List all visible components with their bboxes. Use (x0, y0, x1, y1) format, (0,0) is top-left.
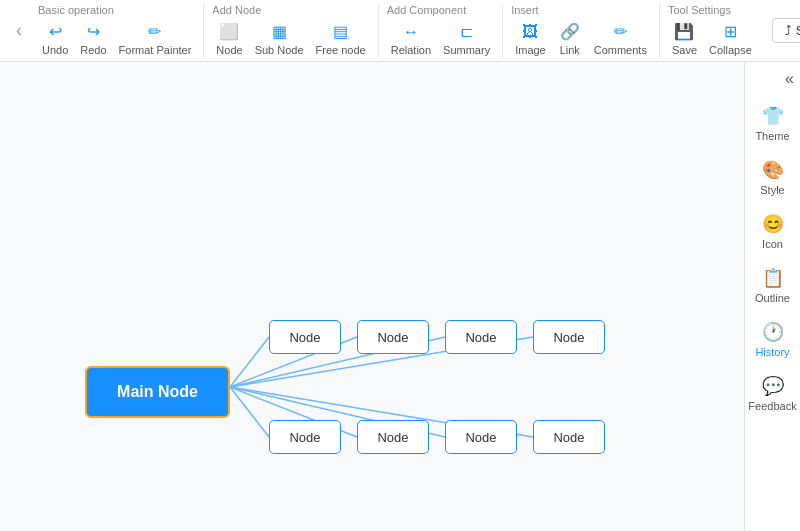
theme-icon: 👕 (761, 104, 785, 128)
tool-node[interactable]: ⬜Node (212, 18, 246, 58)
tool-link[interactable]: 🔗Link (554, 18, 586, 58)
sidebar-item-style[interactable]: 🎨Style (748, 150, 796, 204)
tool-comments[interactable]: ✏Comments (590, 18, 651, 58)
sidebar-item-theme[interactable]: 👕Theme (748, 96, 796, 150)
child-node-n2[interactable]: Node (357, 320, 429, 354)
child-node-n1[interactable]: Node (269, 320, 341, 354)
toolbar-group-tool-settings: Tool Settings💾Save⊞Collapse (660, 4, 764, 58)
format-painter-icon: ✏ (143, 20, 167, 44)
sidebar-item-feedback[interactable]: 💬Feedback (748, 366, 796, 420)
save-label: Save (672, 44, 697, 56)
sub-node-icon: ▦ (267, 20, 291, 44)
save-icon: 💾 (672, 20, 696, 44)
tool-format-painter[interactable]: ✏Format Painter (115, 18, 196, 58)
collapse-icon: ⊞ (718, 20, 742, 44)
undo-icon: ↩ (43, 20, 67, 44)
sub-node-label: Sub Node (255, 44, 304, 56)
child-node-n4[interactable]: Node (533, 320, 605, 354)
node-label: Node (216, 44, 242, 56)
sidebar-label-outline: Outline (755, 292, 790, 304)
tool-sub-node[interactable]: ▦Sub Node (251, 18, 308, 58)
tool-undo[interactable]: ↩Undo (38, 18, 72, 58)
image-label: Image (515, 44, 546, 56)
right-sidebar: « 👕Theme🎨Style😊Icon📋Outline🕐History💬Feed… (744, 62, 800, 531)
child-node-n5[interactable]: Node (269, 420, 341, 454)
summary-icon: ⊏ (455, 20, 479, 44)
format-painter-label: Format Painter (119, 44, 192, 56)
sidebar-item-icon[interactable]: 😊Icon (748, 204, 796, 258)
comments-icon: ✏ (608, 20, 632, 44)
summary-label: Summary (443, 44, 490, 56)
tool-summary[interactable]: ⊏Summary (439, 18, 494, 58)
tool-save[interactable]: 💾Save (668, 18, 701, 58)
tool-free-node[interactable]: ▤Free node (312, 18, 370, 58)
child-node-n6[interactable]: Node (357, 420, 429, 454)
history-icon: 🕐 (761, 320, 785, 344)
redo-icon: ↪ (81, 20, 105, 44)
main-area: Main Node NodeNodeNodeNodeNodeNodeNodeNo… (0, 62, 800, 531)
connection-line (230, 387, 269, 437)
main-node[interactable]: Main Node (85, 366, 230, 418)
tool-image[interactable]: 🖼Image (511, 18, 550, 58)
toolbar-group-add-component: Add Component↔Relation⊏Summary (379, 4, 503, 58)
share-button[interactable]: ⤴ Share (772, 18, 800, 43)
comments-label: Comments (594, 44, 647, 56)
free-node-icon: ▤ (329, 20, 353, 44)
canvas[interactable]: Main Node NodeNodeNodeNodeNodeNodeNodeNo… (0, 62, 744, 531)
sidebar-item-outline[interactable]: 📋Outline (748, 258, 796, 312)
sidebar-label-feedback: Feedback (748, 400, 796, 412)
relation-label: Relation (391, 44, 431, 56)
tool-relation[interactable]: ↔Relation (387, 18, 435, 58)
group-label: Add Node (212, 4, 261, 16)
image-icon: 🖼 (518, 20, 542, 44)
redo-label: Redo (80, 44, 106, 56)
collapse-label: Collapse (709, 44, 752, 56)
sidebar-label-icon: Icon (762, 238, 783, 250)
share-icon: ⤴ (785, 23, 792, 38)
toolbar-group-basic-operation: Basic operation↩Undo↪Redo✏Format Painter (30, 4, 204, 58)
tool-collapse[interactable]: ⊞Collapse (705, 18, 756, 58)
group-label: Add Component (387, 4, 467, 16)
link-icon: 🔗 (558, 20, 582, 44)
link-label: Link (560, 44, 580, 56)
group-label: Insert (511, 4, 539, 16)
group-label: Tool Settings (668, 4, 731, 16)
outline-icon: 📋 (761, 266, 785, 290)
group-label: Basic operation (38, 4, 114, 16)
action-buttons: ⤴ Share ⬇ Export (764, 18, 800, 43)
sidebar-label-style: Style (760, 184, 784, 196)
collapse-icon[interactable]: « (785, 70, 794, 88)
sidebar-label-theme: Theme (755, 130, 789, 142)
sidebar-item-history[interactable]: 🕐History (748, 312, 796, 366)
undo-label: Undo (42, 44, 68, 56)
style-icon: 🎨 (761, 158, 785, 182)
connection-line (230, 337, 269, 387)
toolbar-group-insert: Insert🖼Image🔗Link✏Comments (503, 4, 660, 58)
share-label: Share (796, 23, 800, 38)
icon-icon: 😊 (761, 212, 785, 236)
toolbar-group-add-node: Add Node⬜Node▦Sub Node▤Free node (204, 4, 378, 58)
node-icon: ⬜ (217, 20, 241, 44)
feedback-icon: 💬 (761, 374, 785, 398)
child-node-n3[interactable]: Node (445, 320, 517, 354)
sidebar-label-history: History (755, 346, 789, 358)
free-node-label: Free node (316, 44, 366, 56)
relation-icon: ↔ (399, 20, 423, 44)
sidebar-collapse-area: « (745, 66, 800, 96)
child-node-n8[interactable]: Node (533, 420, 605, 454)
tool-redo[interactable]: ↪Redo (76, 18, 110, 58)
toolbar: ‹ Basic operation↩Undo↪Redo✏Format Paint… (0, 0, 800, 62)
child-node-n7[interactable]: Node (445, 420, 517, 454)
back-arrow[interactable]: ‹ (8, 20, 30, 41)
